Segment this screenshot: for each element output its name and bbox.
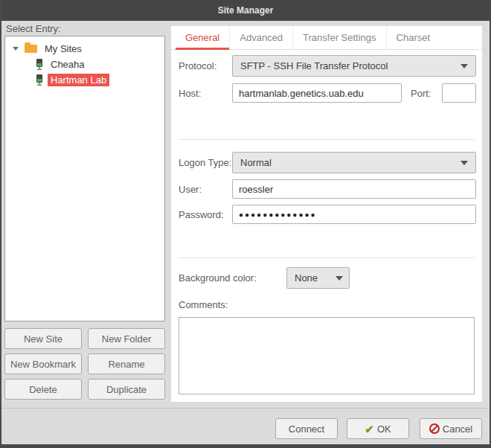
window-border: [0, 0, 1, 448]
user-input[interactable]: [232, 179, 476, 199]
delete-button[interactable]: Delete: [4, 379, 82, 400]
tab-charset[interactable]: Charset: [386, 26, 440, 49]
logon-type-value: Normal: [240, 157, 272, 168]
new-folder-button[interactable]: New Folder: [88, 328, 165, 349]
tabbar: General Advanced Transfer Settings Chars…: [171, 26, 482, 50]
background-color-value: None: [295, 272, 318, 284]
tree-item-hartman-lab[interactable]: Hartman Lab: [5, 72, 164, 88]
chevron-down-icon: [336, 276, 343, 281]
cancel-icon: [429, 423, 440, 434]
ok-button[interactable]: ✔ OK: [347, 418, 409, 439]
user-label: User:: [179, 184, 202, 195]
password-input[interactable]: [232, 205, 476, 224]
ok-button-label: OK: [377, 423, 391, 435]
port-label: Port:: [411, 88, 431, 99]
window-title: Site Manager: [218, 5, 274, 16]
connect-button[interactable]: Connect: [275, 418, 338, 439]
window-border: [0, 444, 491, 448]
tab-advanced[interactable]: Advanced: [229, 26, 292, 49]
protocol-label: Protocol:: [179, 60, 216, 71]
cancel-button-label: Cancel: [443, 423, 472, 435]
protocol-value: SFTP - SSH File Transfer Protocol: [240, 60, 388, 71]
checkmark-icon: ✔: [365, 423, 374, 435]
background-color-label: Background color:: [179, 272, 257, 284]
tree-item-label: Cheaha: [48, 58, 88, 71]
server-icon: [35, 74, 44, 86]
host-label: Host:: [179, 88, 201, 99]
folder-icon: [25, 45, 37, 53]
port-input[interactable]: [442, 83, 476, 103]
host-input[interactable]: [232, 83, 402, 103]
tree-item-label-selected: Hartman Lab: [48, 74, 109, 86]
password-label: Password:: [179, 209, 224, 220]
tree-actions: New Site New Folder New Bookmark Rename …: [4, 328, 165, 400]
separator: [179, 257, 475, 258]
tab-transfer-settings[interactable]: Transfer Settings: [292, 26, 386, 49]
protocol-select[interactable]: SFTP - SSH File Transfer Protocol: [232, 55, 476, 77]
rename-button[interactable]: Rename: [88, 353, 165, 374]
logon-type-select[interactable]: Normal: [232, 152, 476, 173]
comments-textarea[interactable]: [179, 317, 475, 394]
server-icon: [35, 59, 44, 71]
tree-item-cheaha[interactable]: Cheaha: [5, 57, 164, 72]
site-manager-dialog: Site Manager Select Entry: My Sites Chea…: [0, 0, 491, 448]
tree-item-my-sites[interactable]: My Sites: [5, 41, 164, 57]
comments-label: Comments:: [179, 299, 228, 310]
chevron-down-icon: [460, 161, 468, 165]
background-color-select[interactable]: None: [286, 267, 350, 289]
logon-type-label: Logon Type:: [179, 157, 231, 168]
footer-separator: [0, 408, 491, 409]
separator: [179, 139, 475, 140]
tree-item-label: My Sites: [42, 42, 85, 55]
new-bookmark-button[interactable]: New Bookmark: [4, 353, 82, 374]
tab-general[interactable]: General: [176, 26, 229, 49]
titlebar[interactable]: Site Manager: [0, 0, 491, 21]
connect-button-label: Connect: [289, 423, 324, 435]
settings-panel: General Advanced Transfer Settings Chars…: [171, 26, 482, 402]
new-site-button[interactable]: New Site: [4, 328, 82, 349]
duplicate-button[interactable]: Duplicate: [88, 379, 165, 400]
cancel-button[interactable]: Cancel: [420, 418, 482, 439]
select-entry-label: Select Entry:: [6, 23, 61, 34]
expander-icon[interactable]: [13, 47, 19, 51]
site-tree[interactable]: My Sites Cheaha Hartman Lab: [4, 36, 165, 321]
chevron-down-icon: [460, 64, 468, 68]
